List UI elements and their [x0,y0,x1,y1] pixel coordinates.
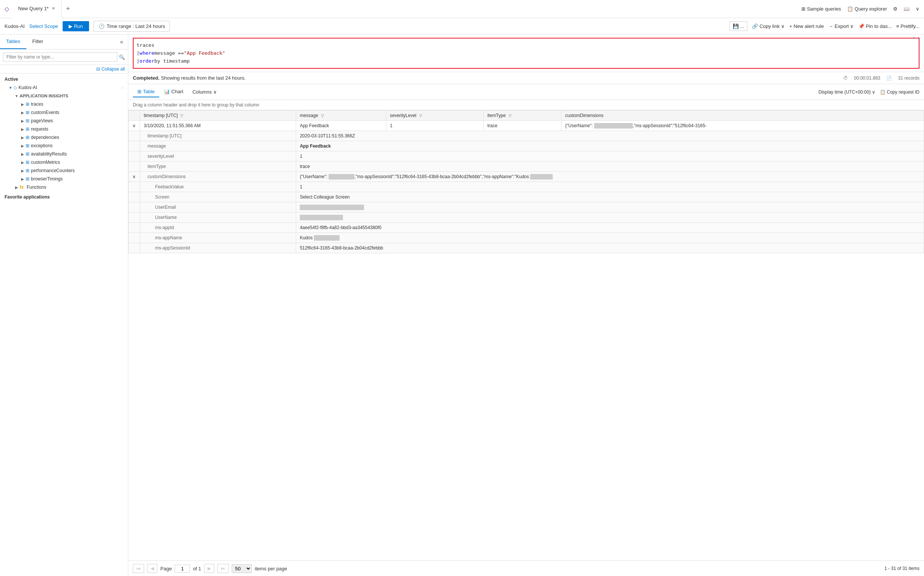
page-input[interactable] [175,565,190,573]
blurred-value: ████████ [329,174,354,179]
workspace-name: Kudos-AI [5,23,24,29]
filter-icon[interactable]: ▽ [509,114,512,118]
col-severitylevel: severityLevel ▽ [386,110,483,121]
pagination: ⏮ ◀ Page of 1 ▶ ⏭ 50 100 200 items per p… [128,560,924,576]
query-explorer-icon: 📋 [847,6,853,12]
table-icon: ⊞ [26,176,29,182]
sidebar-collapse-button[interactable]: « [115,35,128,49]
filter-icon[interactable]: ▽ [180,114,184,118]
detail-row-itemtype: itemType trace [129,162,924,172]
table-icon: ⊞ [26,102,29,107]
columns-button[interactable]: Columns ∨ [188,87,222,97]
subdetail-row-useremail: UserEmail ████████████████████ [129,202,924,213]
tree-label: Functions [27,185,46,190]
collapse-all-label: Collapse all [102,66,125,72]
book-button[interactable]: 📖 [903,6,910,12]
tree-item-exceptions[interactable]: ▶ ⊞ exceptions [0,142,128,150]
filter-icon[interactable]: ▽ [321,114,324,118]
tree-item-dependencies[interactable]: ▶ ⊞ dependencies [0,133,128,142]
chart-tab[interactable]: 📊 Chart [159,86,188,98]
tab-close-icon[interactable]: ✕ [52,6,55,11]
items-per-page-label: items per page [255,566,287,571]
tree-item-browsertimings[interactable]: ▶ ⊞ browserTimings [0,175,128,183]
prettify-button[interactable]: ≡ Prettify... [896,23,919,29]
expand-icon: ▶ [20,159,26,165]
copy-request-id-button[interactable]: 📋 Copy request ID [880,90,919,95]
items-per-page-select[interactable]: 50 100 200 [231,564,252,573]
main-layout: Tables Filter « 🔍 ⊟ Collapse all Active … [0,35,924,576]
results-detail: Showing results from the last 24 hours. [161,75,246,81]
title-bar-right: ⊞ Sample queries 📋 Query explorer ⚙ 📖 ∨ [801,6,919,12]
add-tab-button[interactable]: + [62,5,75,13]
tree-label: APPLICATION INSIGHTS [20,94,68,98]
chart-tab-label: Chart [171,89,184,94]
editor-collapse-button[interactable]: ⌃⌃ [912,36,921,42]
pin-button[interactable]: 📌 Pin to das... [859,23,892,29]
filter-icon[interactable]: ▽ [419,114,422,118]
query-explorer-button[interactable]: 📋 Query explorer [847,6,887,12]
table-icon: ⊞ [26,168,29,173]
filter-input[interactable] [3,53,117,62]
last-page-button[interactable]: ⏭ [217,564,229,573]
row-expand-cell[interactable]: ∨ [129,121,140,131]
results-toolbar-right: Display time (UTC+00:00) ∨ 📋 Copy reques… [819,90,919,95]
tree-item-app-insights[interactable]: ▼ APPLICATION INSIGHTS [0,92,128,100]
filter-tab[interactable]: Filter [26,35,49,49]
save-button[interactable]: 💾 ... [729,21,747,31]
expand-icon: ▶ [20,101,26,107]
run-button[interactable]: ▶ Run [63,21,89,31]
tree-item-custommetrics[interactable]: ▶ ⊞ customMetrics [0,158,128,166]
export-button[interactable]: → Export ∨ [828,23,854,29]
detail-row-timestamp: timestamp [UTC] 2020-03-10T11:51:55.366Z [129,131,924,141]
blurred-username-val: ███████ ██████ [300,215,343,220]
settings-button[interactable]: ⚙ [893,6,898,12]
copy-icon: 📋 [880,90,886,95]
first-page-button[interactable]: ⏮ [133,564,144,573]
tree-item-traces[interactable]: ▶ ⊞ traces [0,100,128,108]
tree-item-requests[interactable]: ▶ ⊞ requests [0,125,128,133]
table-row[interactable]: ∨ 3/10/2020, 11:51:55.366 AM App Feedbac… [129,121,924,131]
tree-item-functions[interactable]: ▶ fx Functions [0,183,128,191]
expand-customdimensions-icon[interactable]: ∨ [132,174,136,179]
function-icon: fx [20,185,24,190]
tree-item-pageviews[interactable]: ▶ ⊞ pageViews [0,117,128,125]
select-scope-link[interactable]: Select Scope [29,23,58,29]
duration-value: 00:00:01.883 [854,75,880,81]
copy-link-button[interactable]: 🔗 Copy link ∨ [752,23,785,29]
tree-item-customevents[interactable]: ▶ ⊞ customEvents [0,108,128,117]
detail-row-severitylevel: severityLevel 1 [129,151,924,162]
table-tab[interactable]: ⊞ Table [133,86,159,98]
results-meta: ⏱ 00:00:01.883 📄 31 records [843,75,919,81]
new-alert-button[interactable]: + New alert rule [789,23,823,29]
tree-item-performancecounters[interactable]: ▶ ⊞ performanceCounters [0,166,128,175]
collapse-all-button[interactable]: ⊟ Collapse all [96,66,125,72]
app-icon: ◇ [5,5,9,13]
data-table-wrapper[interactable]: timestamp [UTC] ▽ message ▽ severityLeve… [128,110,924,560]
tree-item-kudos-ai[interactable]: ▼ ◇ Kudos-AI ☆ [0,83,128,92]
sample-queries-icon: ⊞ [801,6,806,12]
expand-row-icon[interactable]: ∨ [132,123,136,128]
active-tab[interactable]: New Query 1* ✕ [12,0,62,18]
sample-queries-button[interactable]: ⊞ Sample queries [801,6,841,12]
tree-item-availabilityresults[interactable]: ▶ ⊞ availabilityResults [0,150,128,158]
query-area: traces | where message == "App Feedback"… [128,35,924,576]
cell-itemtype: trace [483,121,561,131]
tree-label: dependencies [31,135,59,140]
tables-tab[interactable]: Tables [0,35,26,49]
of-label: of 1 [193,566,201,571]
sidebar: Tables Filter « 🔍 ⊟ Collapse all Active … [0,35,128,576]
code-editor[interactable]: traces | where message == "App Feedback"… [133,38,919,69]
results-toolbar: ⊞ Table 📊 Chart Columns ∨ Display time (… [128,84,924,100]
collapse-all-row: ⊟ Collapse all [0,65,128,74]
duration-icon: ⏱ [843,75,848,81]
tree-label: browserTimings [31,176,63,182]
pin-star-icon[interactable]: ☆ [121,85,125,90]
next-page-button[interactable]: ▶ [204,564,214,573]
time-range-button[interactable]: 🕐 Time range : Last 24 hours [94,21,170,32]
subdetail-row-msappid: ms-appId 4aee54f2-f8fb-4a82-bbd3-aa34554… [129,223,924,233]
prev-page-button[interactable]: ◀ [147,564,157,573]
completed-label: Completed. [133,75,160,81]
chevron-down-button[interactable]: ∨ [916,6,919,12]
expand-icon: ▶ [20,176,26,182]
display-time-button[interactable]: Display time (UTC+00:00) ∨ [819,90,875,95]
